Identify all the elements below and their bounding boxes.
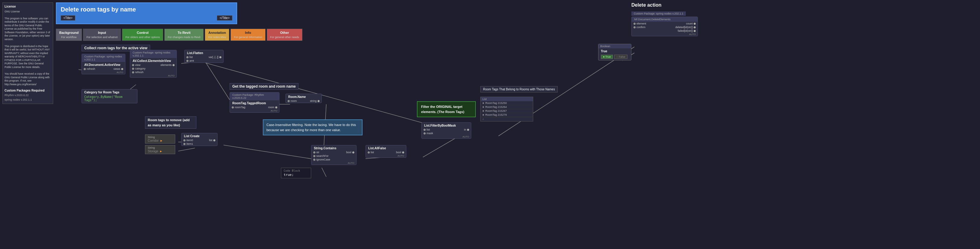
- failed-port-out: failed[id(str)]: [678, 29, 696, 32]
- storage-value: ►: [159, 150, 162, 153]
- fbm-list-dot: [423, 129, 426, 131]
- list-item: ■ RoomTag 215279: [480, 113, 533, 117]
- fbm-mask-port: mask: [423, 132, 433, 135]
- deleted-port: deleted[id(str)]: [675, 26, 696, 29]
- case-insensitive-text: Case-Insensitive filtering. Note the lac…: [266, 123, 356, 132]
- collect-elements-name: AV.Collect.ElementsInView: [130, 58, 177, 63]
- svg-line-8: [178, 148, 195, 151]
- string-out-port: string: [310, 99, 320, 102]
- delete-action-header: Delete action: [632, 2, 662, 8]
- string-contains-node: String.Contains str bool searchFor ignor…: [311, 145, 356, 165]
- code-block-node: Code Block true;: [281, 168, 311, 178]
- boolean-node[interactable]: Boolean True ● True ○ False: [598, 44, 632, 61]
- room-name-label: Room.Name: [286, 94, 321, 99]
- room-in-dot: [288, 100, 290, 102]
- var-port-out: var[..[..]]: [208, 56, 221, 59]
- item0-port: item0: [183, 139, 193, 142]
- title-btn-left[interactable]: <Title>: [61, 15, 75, 21]
- cat-revit: To Revit For changes made to Revit: [164, 29, 204, 41]
- remove-section-label: Room tags to remove (add as many as you …: [145, 117, 196, 129]
- code-block-content: true;: [284, 173, 309, 177]
- delete-header: NF.Document.DeleteElements: [632, 17, 698, 22]
- bool-false-option[interactable]: ○ False: [614, 55, 627, 59]
- bool-allfalse-dot: [402, 152, 404, 153]
- page-title: Delete room tags by name: [61, 6, 232, 13]
- filterbyboolmask-name: List.FilterByBoolMask: [422, 123, 471, 128]
- fbm-in-port-out: in: [464, 128, 469, 131]
- str-dot: [313, 152, 315, 153]
- list-item-2: RoomTag 215264: [485, 105, 507, 109]
- cat-annotation: Annotation For notes titles: [205, 29, 229, 41]
- room-in-port: room: [288, 99, 297, 102]
- bool-out-port: bool: [346, 151, 354, 154]
- list-item-3: RoomTag 215267: [485, 109, 507, 112]
- bool-allfalse-out: bool: [396, 151, 404, 154]
- pkg2-label: spring nodes v.202.1.1: [5, 98, 51, 102]
- elements-dot: [172, 64, 175, 66]
- list-allfalse-name: List.AllFalse: [366, 145, 406, 150]
- room-tags-callout: Room Tags That Belong to Rooms with Thos…: [480, 86, 558, 93]
- bool-value: True: [598, 48, 631, 54]
- delete-elements-node: NF.Document.DeleteElements element count…: [632, 17, 698, 36]
- list-item-4: RoomTag 215279: [485, 113, 507, 117]
- list-create-node: List Create item0 list item1: [181, 133, 218, 146]
- roomtag-taggedroom-node: Custom Package: Rhythm v.2020.6.22 RoomT…: [230, 92, 280, 113]
- delete-pkg-header: Custom Package: spring nodes v.202.1.1: [632, 11, 686, 16]
- refresh2-dot: [132, 71, 134, 73]
- auto-tag-4: AUTO: [312, 161, 356, 165]
- svg-line-11: [423, 136, 459, 157]
- room-out-port: room: [268, 106, 277, 109]
- failed-dot: [694, 30, 696, 32]
- amt-port: amt: [186, 59, 194, 62]
- license-panel: License GNU License This program is free…: [2, 2, 53, 104]
- string-contains-name: String.Contains: [312, 145, 356, 150]
- cat-control: Control For sliders and other options: [122, 29, 163, 41]
- refresh-dot: [84, 68, 86, 70]
- ignorecase-port: ignoreCase: [313, 158, 330, 161]
- room-name-node: Room.Name room string: [285, 94, 322, 103]
- category-room-tags-node: Category for Room Tags Category.ByName("…: [81, 89, 137, 103]
- category-port: category: [132, 67, 146, 70]
- auto-tag-5: AUTO: [366, 154, 406, 158]
- tagged-room-name: RoomTag.TaggedRoom: [230, 101, 279, 105]
- list-node-header: List: [480, 97, 533, 101]
- list-create-name: List Create: [181, 133, 217, 139]
- element-port: element: [633, 22, 646, 25]
- list-item-1: RoomTag 215250: [485, 102, 507, 105]
- views-port-out: views: [113, 67, 123, 70]
- filter-text: Filter the ORIGINAL target elements. (Th…: [421, 105, 465, 113]
- collect-elements-header: Custom Package: spring nodes v.202.1.1: [130, 50, 177, 58]
- auto-tag-3: AUTO: [230, 109, 279, 112]
- confirm-port: confirm: [633, 26, 646, 29]
- active-view-node: Custom Package: spring nodes v.202.1.1 A…: [81, 54, 126, 74]
- fbm-list-port: list: [423, 128, 430, 131]
- fbm-in-dot: [467, 129, 469, 131]
- category-dot: [132, 68, 134, 70]
- cat-other: Other For general other needs: [267, 29, 302, 41]
- list-flatten-name: List.Flatten: [185, 50, 223, 55]
- category-node-name: Category for Room Tags: [82, 89, 137, 94]
- case-insensitive-callout: Case-Insensitive filtering. Note the lac…: [263, 120, 363, 136]
- svg-line-12: [322, 168, 326, 177]
- string-corridor-node: String Corridor ►: [145, 134, 175, 144]
- list-out-port: list: [209, 139, 215, 142]
- count-dot: [694, 23, 696, 25]
- searchfor-port: searchFor: [313, 155, 329, 158]
- bool-true-option[interactable]: ● True: [601, 55, 613, 59]
- view-port: view: [132, 64, 140, 67]
- roomtag-port: roomTag: [232, 106, 245, 109]
- list-allfalse-node: List.AllFalse list bool AUTO: [366, 145, 406, 158]
- item0-dot: [183, 139, 186, 141]
- list-port-in: list: [186, 56, 193, 59]
- deleted-dot: [694, 26, 696, 29]
- ignorecase-dot: [313, 159, 315, 161]
- title-btn-right[interactable]: </Title>: [217, 15, 232, 21]
- refresh-port-in: refresh: [84, 67, 95, 70]
- svg-line-4: [205, 62, 230, 100]
- list-item: ■ RoomTag 215267: [480, 109, 533, 113]
- license-title: License: [5, 5, 51, 9]
- auto-tag-6: AUTO: [422, 135, 471, 139]
- amt-dot: [186, 60, 189, 62]
- license-text: GNU License This program is free softwar…: [5, 10, 51, 86]
- count-port: count: [686, 22, 696, 25]
